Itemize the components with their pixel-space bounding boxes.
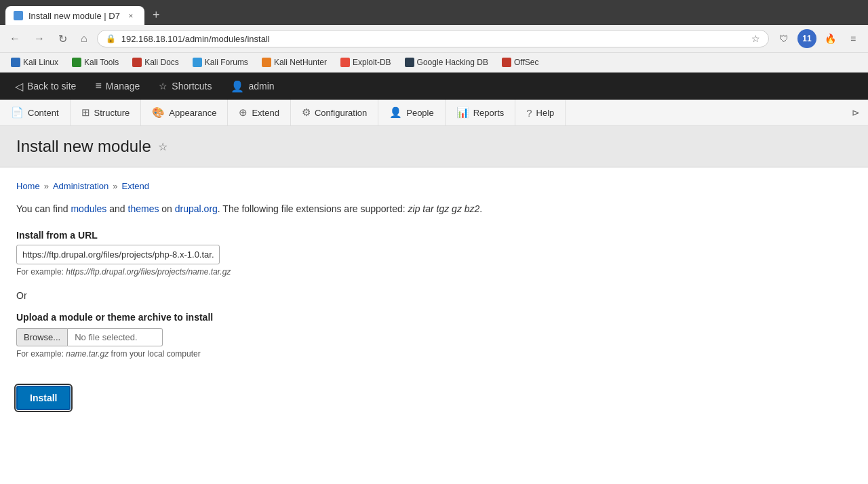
- bookmark-star-icon[interactable]: ☆: [751, 33, 760, 44]
- forward-btn[interactable]: →: [30, 30, 49, 47]
- bookmarks-bar: Kali Linux Kali Tools Kali Docs Kali For…: [0, 53, 868, 73]
- nav-extend-label: Extend: [252, 108, 279, 118]
- bookmark-kali-forums-favicon: [193, 58, 202, 67]
- extend-icon: ⊕: [239, 106, 248, 119]
- bookmark-kali-forums[interactable]: Kali Forums: [187, 56, 254, 69]
- security-icon: 🔒: [106, 34, 116, 43]
- profile-icon[interactable]: 11: [797, 29, 816, 48]
- tab-close-btn[interactable]: ×: [125, 10, 136, 21]
- upload-hint-filename: name.tar.gz: [66, 349, 108, 359]
- file-upload-row: Browse... No file selected.: [16, 328, 852, 346]
- nav-content-label: Content: [28, 108, 59, 118]
- page-title-text: Install new module: [16, 137, 151, 156]
- nav-pin-btn[interactable]: ⊳: [844, 100, 868, 125]
- nav-configuration[interactable]: ⚙ Configuration: [291, 100, 378, 125]
- browser-chrome: Install new module | D7 × +: [0, 0, 868, 25]
- nav-structure-label: Structure: [94, 108, 130, 118]
- shortcuts-label: Shortcuts: [172, 81, 212, 92]
- bookmark-kali-linux[interactable]: Kali Linux: [5, 56, 64, 69]
- intro-text: You can find modules and themes on drupa…: [16, 202, 852, 216]
- url-input[interactable]: [121, 34, 746, 44]
- browser-tabs: Install new module | D7 × +: [5, 5, 863, 25]
- nav-people[interactable]: 👤 People: [378, 100, 445, 125]
- page-content: Home » Administration » Extend You can f…: [0, 167, 868, 424]
- menu-icon[interactable]: ≡: [844, 29, 863, 48]
- install-btn[interactable]: Install: [16, 386, 71, 410]
- manage-icon: ≡: [95, 80, 101, 92]
- bookmark-exploit-db[interactable]: Exploit-DB: [335, 56, 397, 69]
- nav-appearance[interactable]: 🎨 Appearance: [141, 100, 228, 125]
- shortcuts-star-icon: ☆: [159, 81, 167, 92]
- modules-link[interactable]: modules: [71, 203, 106, 214]
- favorite-star-btn[interactable]: ☆: [158, 140, 167, 153]
- nav-appearance-label: Appearance: [169, 108, 216, 118]
- bookmark-kali-tools-favicon: [72, 58, 81, 67]
- bookmark-google-hacking-label: Google Hacking DB: [417, 58, 488, 67]
- nav-reports-label: Reports: [473, 108, 505, 118]
- breadcrumb-extend[interactable]: Extend: [122, 181, 149, 191]
- back-arrow-icon: ◁: [15, 80, 23, 93]
- nav-extend[interactable]: ⊕ Extend: [228, 100, 290, 125]
- nav-help[interactable]: ? Help: [515, 100, 566, 125]
- extension-icon[interactable]: 🔥: [821, 29, 840, 48]
- manage-btn[interactable]: ≡ Manage: [85, 73, 149, 100]
- bookmark-exploit-db-label: Exploit-DB: [353, 58, 391, 67]
- nav-content[interactable]: 📄 Content: [0, 100, 71, 125]
- back-to-site-label: Back to site: [27, 81, 76, 92]
- breadcrumb-home[interactable]: Home: [16, 181, 40, 191]
- drupal-admin-bar: ◁ Back to site ≡ Manage ☆ Shortcuts 👤 ad…: [0, 73, 868, 100]
- install-url-input[interactable]: [16, 245, 220, 264]
- bookmark-google-hacking[interactable]: Google Hacking DB: [399, 56, 494, 69]
- manage-label: Manage: [106, 81, 140, 92]
- help-icon: ?: [526, 107, 532, 119]
- people-icon: 👤: [389, 106, 402, 119]
- shortcuts-btn[interactable]: ☆ Shortcuts: [149, 73, 221, 100]
- upload-hint: For example: name.tar.gz from your local…: [16, 349, 852, 359]
- back-btn[interactable]: ←: [5, 30, 24, 47]
- bookmark-kali-docs[interactable]: Kali Docs: [127, 56, 184, 69]
- breadcrumb: Home » Administration » Extend: [16, 181, 852, 191]
- upload-hint-suffix: from your local computer: [108, 349, 200, 359]
- drupal-link[interactable]: drupal.org: [175, 203, 218, 214]
- address-bar[interactable]: 🔒 ☆: [97, 30, 769, 47]
- nav-structure[interactable]: ⊞ Structure: [71, 100, 142, 125]
- refresh-btn[interactable]: ↻: [54, 30, 71, 48]
- admin-user-btn[interactable]: 👤 admin: [221, 73, 283, 100]
- new-tab-btn[interactable]: +: [147, 5, 165, 25]
- page-header: Install new module ☆: [0, 126, 868, 167]
- bookmark-kali-tools[interactable]: Kali Tools: [66, 56, 124, 69]
- breadcrumb-sep-2: »: [113, 181, 117, 191]
- back-to-site-btn[interactable]: ◁ Back to site: [5, 73, 85, 100]
- structure-icon: ⊞: [81, 106, 90, 119]
- install-url-label: Install from a URL: [16, 230, 852, 241]
- install-url-hint: For example: https://ftp.drupal.org/file…: [16, 267, 852, 277]
- admin-user-icon: 👤: [231, 80, 244, 93]
- upload-label: Upload a module or theme archive to inst…: [16, 312, 852, 323]
- nav-reports[interactable]: 📊 Reports: [446, 100, 516, 125]
- bookmark-google-hacking-favicon: [405, 58, 414, 67]
- install-url-hint-prefix: For example:: [16, 267, 66, 277]
- bookmark-kali-nethunter-label: Kali NetHunter: [274, 58, 327, 67]
- bookmark-kali-docs-label: Kali Docs: [144, 58, 179, 67]
- appearance-icon: 🎨: [152, 106, 165, 119]
- nav-help-label: Help: [536, 108, 555, 118]
- intro-text-before: You can find: [16, 203, 71, 214]
- upload-section: Upload a module or theme archive to inst…: [16, 312, 852, 359]
- themes-link[interactable]: themes: [128, 203, 159, 214]
- bookmark-kali-nethunter[interactable]: Kali NetHunter: [256, 56, 332, 69]
- home-btn[interactable]: ⌂: [77, 30, 92, 47]
- drupal-nav: 📄 Content ⊞ Structure 🎨 Appearance ⊕ Ext…: [0, 100, 868, 126]
- upload-hint-prefix: For example:: [16, 349, 66, 359]
- bookmark-offsec-favicon: [502, 58, 511, 67]
- breadcrumb-administration[interactable]: Administration: [53, 181, 108, 191]
- or-label: Or: [16, 290, 852, 301]
- toolbar-actions: 🛡 11 🔥 ≡: [774, 29, 863, 48]
- bookmark-kali-linux-label: Kali Linux: [23, 58, 58, 67]
- bookmark-offsec[interactable]: OffSec: [496, 56, 544, 69]
- browse-btn[interactable]: Browse...: [16, 328, 68, 346]
- install-url-hint-example: https://ftp.drupal.org/files/projects/na…: [66, 267, 231, 277]
- bookmark-kali-docs-favicon: [132, 58, 142, 67]
- bookmark-kali-forums-label: Kali Forums: [205, 58, 248, 67]
- active-tab[interactable]: Install new module | D7 ×: [5, 6, 144, 25]
- install-url-section: Install from a URL For example: https://…: [16, 230, 852, 277]
